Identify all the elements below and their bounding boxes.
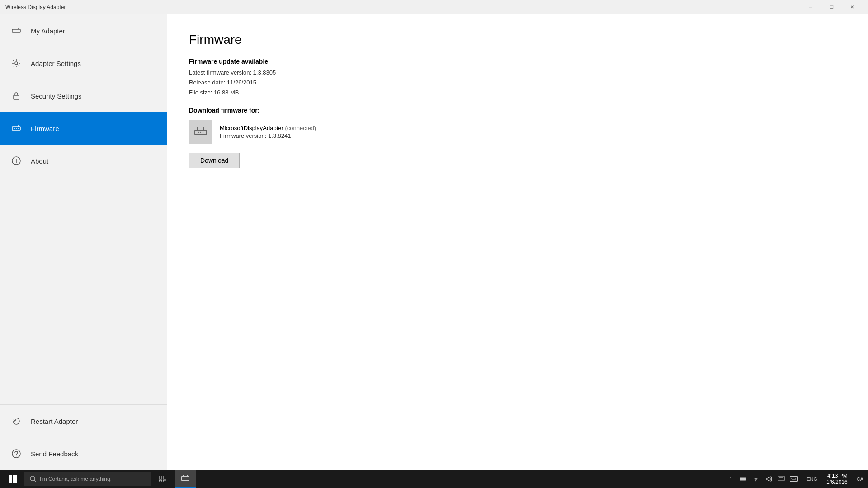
search-text: I'm Cortana, ask me anything. — [40, 476, 112, 482]
download-for-label: Download firmware for: — [189, 107, 846, 114]
sidebar-item-send-feedback[interactable]: Send Feedback — [0, 437, 167, 470]
systray: ˄ — [722, 470, 803, 488]
page-title: Firmware — [189, 33, 846, 47]
svg-rect-4 — [14, 95, 19, 99]
svg-rect-32 — [182, 476, 189, 481]
sidebar-item-about[interactable]: About — [0, 145, 167, 177]
svg-marker-39 — [766, 477, 769, 481]
close-button[interactable]: ✕ — [842, 0, 863, 14]
taskbar-clock[interactable]: 4:13 PM 1/6/2016 — [821, 470, 853, 488]
adapter-connected: (connected) — [285, 125, 316, 131]
taskbar-language[interactable]: ENG — [804, 470, 820, 488]
svg-rect-0 — [12, 29, 20, 32]
svg-point-26 — [30, 476, 35, 481]
app-window: My Adapter Adapter Settings Security Set… — [0, 14, 868, 470]
svg-rect-40 — [778, 476, 784, 481]
show-hidden-icons-button[interactable]: ˄ — [725, 470, 736, 488]
start-button[interactable] — [2, 470, 24, 488]
restore-button[interactable]: ☐ — [821, 0, 842, 14]
keyboard-icon[interactable] — [788, 470, 799, 488]
svg-point-15 — [16, 456, 17, 457]
svg-rect-25 — [13, 479, 17, 483]
svg-point-21 — [203, 132, 203, 133]
svg-rect-37 — [740, 478, 745, 480]
download-button[interactable]: Download — [189, 153, 240, 168]
title-bar: Wireless Display Adapter ─ ☐ ✕ — [0, 0, 868, 14]
adapter-version: Firmware version: 1.3.8241 — [220, 132, 316, 139]
sidebar-item-security-settings-label: Security Settings — [31, 92, 82, 100]
wifi-icon[interactable] — [750, 470, 761, 488]
minimize-button[interactable]: ─ — [800, 0, 821, 14]
sidebar-item-adapter-settings[interactable]: Adapter Settings — [0, 47, 167, 80]
lock-icon — [11, 90, 22, 101]
svg-point-8 — [14, 128, 15, 129]
title-bar-controls: ─ ☐ ✕ — [800, 0, 863, 14]
sidebar-item-about-label: About — [31, 157, 48, 165]
sidebar-item-firmware[interactable]: Firmware — [0, 112, 167, 145]
main-content: Firmware Firmware update available Lates… — [167, 14, 868, 470]
sidebar-item-restart-adapter[interactable]: Restart Adapter — [0, 405, 167, 437]
svg-rect-30 — [159, 480, 162, 482]
firmware-update-banner: Firmware update available Latest firmwar… — [189, 58, 846, 98]
firmware-meta: Latest firmware version: 1.3.8305 Releas… — [189, 68, 846, 98]
title-bar-text: Wireless Display Adapter — [5, 4, 800, 10]
task-view-button[interactable] — [152, 470, 174, 488]
taskbar: I'm Cortana, ask me anything. ˄ — [0, 470, 868, 488]
restart-icon — [11, 416, 22, 427]
sidebar-item-security-settings[interactable]: Security Settings — [0, 80, 167, 112]
release-date: Release date: 11/26/2015 — [189, 78, 846, 88]
svg-rect-24 — [9, 479, 12, 483]
sidebar: My Adapter Adapter Settings Security Set… — [0, 14, 167, 470]
svg-point-3 — [15, 62, 18, 65]
sidebar-item-firmware-label: Firmware — [31, 125, 59, 132]
sidebar-item-my-adapter-label: My Adapter — [31, 27, 65, 35]
clock-date: 1/6/2016 — [826, 479, 848, 485]
adapter-icon-box — [189, 120, 212, 144]
firmware-icon — [11, 123, 22, 134]
svg-point-10 — [18, 128, 19, 129]
adapter-item: MicrosoftDisplayAdapter (connected) Firm… — [189, 120, 846, 144]
svg-rect-23 — [13, 475, 17, 479]
volume-icon[interactable] — [763, 470, 774, 488]
battery-icon[interactable] — [738, 470, 749, 488]
svg-rect-22 — [9, 475, 12, 479]
sidebar-bottom: Restart Adapter Send Feedback — [0, 404, 167, 470]
taskbar-app-wireless-display[interactable] — [175, 470, 196, 488]
svg-point-20 — [200, 132, 201, 133]
adapter-icon — [11, 25, 22, 36]
svg-rect-31 — [163, 480, 166, 482]
settings-icon — [11, 58, 22, 69]
taskbar-search[interactable]: I'm Cortana, ask me anything. — [24, 472, 151, 486]
svg-point-19 — [198, 132, 199, 133]
notification-icon[interactable] — [776, 470, 787, 488]
sidebar-item-send-feedback-label: Send Feedback — [31, 450, 78, 458]
taskbar-region[interactable]: CA — [854, 470, 866, 488]
svg-rect-28 — [159, 476, 162, 479]
svg-rect-29 — [163, 476, 166, 479]
svg-point-13 — [16, 159, 17, 160]
sidebar-item-adapter-settings-label: Adapter Settings — [31, 60, 81, 67]
svg-line-27 — [34, 480, 36, 482]
latest-version: Latest firmware version: 1.3.8305 — [189, 68, 846, 78]
sidebar-item-restart-adapter-label: Restart Adapter — [31, 418, 78, 425]
svg-rect-36 — [745, 478, 746, 480]
svg-point-38 — [755, 481, 756, 482]
adapter-name: MicrosoftDisplayAdapter (connected) — [220, 125, 316, 131]
svg-point-9 — [16, 128, 17, 129]
file-size: File size: 16.88 MB — [189, 88, 846, 98]
sidebar-item-my-adapter[interactable]: My Adapter — [0, 14, 167, 47]
svg-rect-43 — [790, 477, 798, 482]
feedback-icon — [11, 448, 22, 459]
clock-time: 4:13 PM — [827, 473, 848, 479]
firmware-update-title: Firmware update available — [189, 58, 846, 65]
info-icon — [11, 155, 22, 166]
adapter-info: MicrosoftDisplayAdapter (connected) Firm… — [220, 125, 316, 139]
